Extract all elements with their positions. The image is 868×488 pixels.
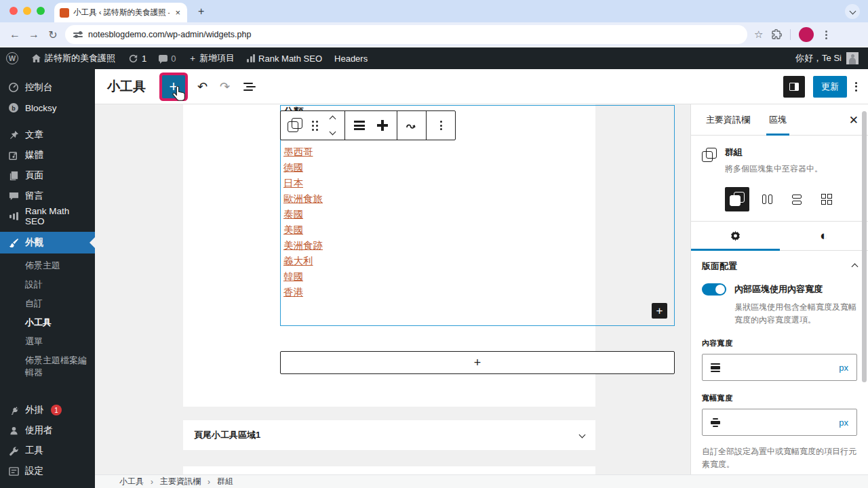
unit-px[interactable]: px [839,363,848,373]
close-icon[interactable]: ✕ [849,113,859,127]
sidebar-item-settings[interactable]: 設定 [0,461,95,481]
account-menu[interactable]: 你好，Te Si [795,52,868,64]
browser-menu-icon[interactable] [822,29,830,41]
site-info-icon[interactable] [73,33,83,37]
sidebar-item-appearance[interactable]: 外觀 [0,232,95,253]
tab-widget-area[interactable]: 主要資訊欄 [696,104,760,136]
updates-menu[interactable]: 1 [121,47,153,69]
submenu-item-widgets[interactable]: 小工具 [0,313,95,332]
sidebar-item-pages[interactable]: 頁面 [0,165,95,186]
variation-group-button[interactable] [725,187,749,211]
category-link[interactable]: 墨西哥 [283,144,323,160]
bookmark-star-icon[interactable]: ☆ [754,28,763,41]
drag-handle[interactable] [307,111,323,140]
breadcrumb-widgets[interactable]: 小工具 [119,476,144,487]
extensions-icon[interactable] [771,29,782,40]
sidebar-item-users[interactable]: 使用者 [0,420,95,441]
layout-panel: 版面配置 內部區塊使用內容寬度 巢狀區塊使用包含全幅寬度及寬幅寬度的內容寬度選項… [691,251,868,488]
category-link[interactable]: 義大利 [283,253,323,269]
site-menu[interactable]: 諾特斯的美食護照 [24,47,121,69]
browser-tab[interactable]: 小工具 ‹ 諾特斯的美食護照 — V × [54,3,187,22]
footer-widget-area-accordion[interactable]: 頁尾小工具區域1 [183,420,595,450]
category-link[interactable]: 歐洲食旅 [283,191,323,207]
move-up-button[interactable] [323,112,342,125]
move-down-button[interactable] [323,125,342,139]
wide-width-input[interactable]: px [702,409,857,436]
tab-block[interactable]: 區塊 [760,104,796,136]
tab-search-button[interactable] [845,4,860,19]
address-bar[interactable]: notesblogdemo.com/wp-admin/widgets.php [65,25,747,44]
gear-icon [729,230,742,243]
category-link[interactable]: 香港 [283,285,323,300]
sidebar-item-rank-math[interactable]: Rank Math SEO [0,206,95,226]
forward-button[interactable]: → [24,28,43,41]
unit-px[interactable]: px [839,418,848,428]
sidebar-panel-icon [789,83,799,91]
screen: 小工具 ‹ 諾特斯的美食護照 — V × + ← → ↻ notesblogde… [0,0,868,488]
content-width-toggle[interactable] [702,283,726,296]
category-link[interactable]: 美洲食跡 [283,238,323,253]
sidebar-item-dashboard[interactable]: 控制台 [0,77,95,98]
tab-settings[interactable] [691,222,780,250]
redo-button[interactable]: ↷ [220,79,230,94]
justify-button[interactable] [371,111,394,140]
content-width-input[interactable]: px [702,354,857,381]
toggle-description: 巢狀區塊使用包含全幅寬度及寬幅寬度的內容寬度選項。 [734,301,857,326]
back-button[interactable]: ← [5,28,24,41]
reload-button[interactable]: ↻ [43,28,62,41]
layout-panel-header[interactable]: 版面配置 [702,260,857,272]
submenu-item-menus[interactable]: 選單 [0,332,95,351]
more-options-icon[interactable] [855,80,857,93]
category-link[interactable]: 德國 [283,160,323,176]
variation-row-button[interactable] [755,187,779,211]
new-item-menu[interactable]: ＋ 新增項目 [182,47,241,69]
sidebar-item-blocksy[interactable]: b Blocksy [0,98,95,118]
submenu-item-theme-editor[interactable]: 佈景主題檔案編輯器 [0,351,95,382]
category-link[interactable]: 泰國 [283,207,323,222]
appearance-submenu: 佈景主題 設計 自訂 小工具 選單 佈景主題檔案編輯器 [0,253,95,388]
sidebar-item-media[interactable]: 媒體 [0,145,95,165]
variation-grid-button[interactable] [814,187,839,211]
update-button[interactable]: 更新 [813,76,847,98]
headers-menu[interactable]: Headers [328,47,374,69]
widget-area-panel: 分類 墨西哥 德國 日本 歐洲食旅 泰國 美國 美洲食跡 義大利 韓國 香港 + [183,104,595,407]
category-link[interactable]: 日本 [283,176,323,191]
variation-stack-button[interactable] [785,187,809,211]
list-view-button[interactable] [243,83,256,91]
new-tab-button[interactable]: + [198,5,204,18]
rank-math-menu[interactable]: Rank Math SEO [241,47,328,69]
grid-icon [821,194,832,205]
wp-logo-menu[interactable]: W [0,47,24,69]
minimize-window-button[interactable] [23,7,31,15]
sidebar-item-plugins[interactable]: 外掛 1 [0,400,95,420]
sidebar-item-comments[interactable]: 留言 [0,186,95,206]
align-button[interactable] [348,111,371,140]
submenu-item-design[interactable]: 設計 [0,275,95,294]
sidebar-item-posts[interactable]: 文章 [0,125,95,145]
add-block-appender-button[interactable]: + [280,351,675,374]
category-link[interactable]: 美國 [283,222,323,238]
block-options-button[interactable] [429,111,452,140]
block-type-button[interactable] [283,111,307,140]
sidebar-item-tools[interactable]: 工具 [0,441,95,461]
chart-bars-icon [8,211,19,222]
comments-menu[interactable]: 0 [153,47,182,69]
submenu-item-customize[interactable]: 自訂 [0,294,95,313]
tab-styles[interactable]: ◐ [780,222,868,250]
breadcrumb-sidebar[interactable]: 主要資訊欄 [160,476,201,487]
close-window-button[interactable] [9,7,18,15]
block-inserter-button[interactable]: + [162,75,185,98]
tab-close-icon[interactable]: × [174,7,182,18]
undo-button[interactable]: ↶ [197,79,208,94]
move-to-widget-area-button[interactable] [400,111,423,140]
submenu-item-themes[interactable]: 佈景主題 [0,256,95,275]
chevron-down-icon [849,8,856,15]
scrollbar-thumb[interactable] [862,111,867,382]
sidebar-item-label: 留言 [25,190,43,202]
settings-sidebar-toggle-button[interactable] [783,76,805,98]
profile-avatar[interactable] [799,27,814,42]
inner-block-appender-button[interactable]: + [652,303,667,319]
category-link[interactable]: 韓國 [283,269,323,285]
zoom-window-button[interactable] [37,7,45,15]
breadcrumb-group[interactable]: 群組 [217,476,233,487]
